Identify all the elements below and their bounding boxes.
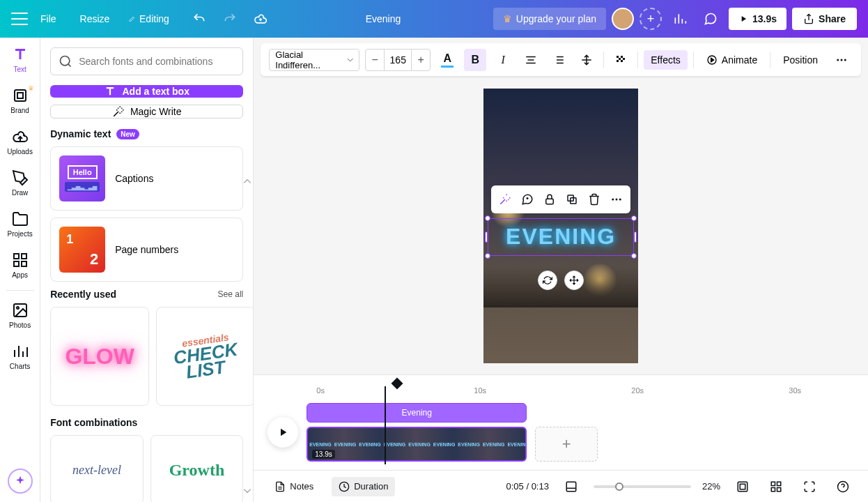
rotate-button[interactable] xyxy=(538,271,557,290)
list-button[interactable] xyxy=(548,49,570,71)
text-icon xyxy=(12,46,29,63)
svg-rect-31 xyxy=(771,487,775,491)
main-area: Text ♛ Brand Uploads Draw Projects Apps … xyxy=(0,38,868,502)
svg-point-7 xyxy=(17,307,19,309)
rail-draw[interactable]: Draw xyxy=(0,164,40,202)
help-button[interactable] xyxy=(832,476,854,498)
increase-size-button[interactable]: + xyxy=(412,50,430,70)
more-options-button[interactable] xyxy=(830,49,853,71)
bold-button[interactable]: B xyxy=(464,49,486,71)
lock-button[interactable] xyxy=(540,190,559,209)
nextlevel-combo-card[interactable]: next-level xyxy=(50,435,144,502)
duplicate-button[interactable] xyxy=(562,190,582,209)
resize-button[interactable]: Resize xyxy=(69,8,117,30)
growth-combo-card[interactable]: Growth xyxy=(150,435,244,502)
audio-track[interactable]: Evening xyxy=(307,403,527,423)
rail-photos[interactable]: Photos xyxy=(0,296,40,335)
effects-button[interactable]: Effects xyxy=(644,50,688,70)
floating-toolbar xyxy=(491,185,630,213)
insights-button[interactable] xyxy=(667,6,692,31)
move-button[interactable] xyxy=(564,271,584,290)
italic-button[interactable]: I xyxy=(492,49,514,71)
rail-uploads[interactable]: Uploads xyxy=(0,123,40,161)
document-title-input[interactable] xyxy=(313,13,453,24)
left-rail: Text ♛ Brand Uploads Draw Projects Apps … xyxy=(0,38,40,502)
add-scene-button[interactable]: + xyxy=(535,427,598,462)
view-mode-button[interactable] xyxy=(560,476,582,498)
transparency-button[interactable] xyxy=(610,49,632,71)
rail-projects[interactable]: Projects xyxy=(0,205,40,243)
clock-icon xyxy=(339,481,350,492)
comment-button[interactable] xyxy=(518,190,537,209)
design-page[interactable]: EVENING xyxy=(483,89,638,363)
resize-handle-br[interactable] xyxy=(631,253,637,259)
checklist-template-card[interactable]: essentials CHECK LIST xyxy=(156,307,254,406)
file-menu[interactable]: File xyxy=(33,8,63,30)
redo-button[interactable] xyxy=(217,6,242,31)
font-family-select[interactable]: Glacial Indifferen... xyxy=(269,49,359,71)
undo-button[interactable] xyxy=(187,6,212,31)
main-text-content[interactable]: EVENING xyxy=(506,224,616,250)
glow-template-card[interactable]: GLOW xyxy=(50,307,149,406)
cloud-sync-button[interactable] xyxy=(248,6,273,31)
canvas-column: Glacial Indifferen... − + A B I Effects xyxy=(254,38,868,502)
resize-handle-tl[interactable] xyxy=(485,215,490,221)
text-color-icon: A xyxy=(443,52,451,65)
rail-charts[interactable]: Charts xyxy=(0,337,40,376)
magic-edit-button[interactable] xyxy=(495,190,515,209)
timeline-ruler[interactable]: 0s 10s 20s 30s xyxy=(268,382,854,399)
animate-button[interactable]: Animate xyxy=(699,50,764,70)
canvas-area[interactable]: EVENING xyxy=(254,77,868,374)
zoom-thumb[interactable] xyxy=(615,482,623,491)
editing-mode-button[interactable]: Editing xyxy=(122,8,181,30)
decrease-size-button[interactable]: − xyxy=(366,50,384,70)
page-numbers-card[interactable]: 12 Page numbers xyxy=(50,218,243,282)
zoom-slider[interactable] xyxy=(594,485,691,488)
font-size-input[interactable] xyxy=(384,50,412,70)
captions-label: Captions xyxy=(115,173,153,184)
rail-text[interactable]: Text xyxy=(0,40,40,79)
rail-apps[interactable]: Apps xyxy=(0,246,40,284)
add-text-box-button[interactable]: Add a text box xyxy=(50,85,243,98)
user-avatar[interactable] xyxy=(612,8,634,30)
font-size-group: − + xyxy=(365,49,431,71)
grid-view-button[interactable] xyxy=(765,476,787,498)
resize-handle-bl[interactable] xyxy=(485,253,490,259)
playhead-line[interactable] xyxy=(385,386,386,464)
share-button[interactable]: Share xyxy=(792,8,857,30)
present-button[interactable]: 13.9s xyxy=(729,8,786,30)
video-track[interactable]: EVENING EVENING EVENING EVENING EVENING … xyxy=(307,427,527,462)
side-panel: Add a text box Magic Write Dynamic text … xyxy=(40,38,254,502)
scale-view-button[interactable] xyxy=(731,476,754,498)
text-color-button[interactable]: A xyxy=(436,49,458,71)
notes-button[interactable]: Notes xyxy=(268,477,320,496)
svg-rect-5 xyxy=(22,261,26,266)
upgrade-plan-button[interactable]: ♛ Upgrade your plan xyxy=(493,8,606,30)
timeline-play-button[interactable] xyxy=(268,417,298,448)
ai-assistant-button[interactable] xyxy=(8,469,33,494)
svg-rect-3 xyxy=(22,254,26,259)
duration-button[interactable]: Duration xyxy=(332,477,395,496)
more-button[interactable] xyxy=(607,190,626,209)
main-menu-button[interactable] xyxy=(11,13,28,25)
comment-button[interactable] xyxy=(698,6,723,31)
resize-handle-ml[interactable] xyxy=(485,231,488,243)
font-combo-row: next-level Growth xyxy=(50,435,243,502)
spacing-button[interactable] xyxy=(575,49,598,71)
delete-button[interactable] xyxy=(584,190,604,209)
rail-brand[interactable]: ♛ Brand xyxy=(0,82,40,120)
resize-handle-tr[interactable] xyxy=(631,215,637,221)
crown-icon: ♛ xyxy=(503,13,512,24)
font-search-input[interactable] xyxy=(50,47,243,75)
add-member-button[interactable]: + xyxy=(640,8,662,30)
captions-card[interactable]: Hello ▁▃▅▃▁▃▅ Captions xyxy=(50,146,243,211)
see-all-link[interactable]: See all xyxy=(218,289,244,299)
resize-handle-mr[interactable] xyxy=(634,231,637,243)
selected-text-box[interactable]: EVENING xyxy=(488,218,634,256)
position-button[interactable]: Position xyxy=(776,50,825,70)
recently-used-header: Recently used See all xyxy=(50,289,243,300)
fullscreen-button[interactable] xyxy=(798,476,821,498)
playhead-marker[interactable] xyxy=(392,378,403,390)
alignment-button[interactable] xyxy=(520,49,542,71)
magic-write-button[interactable]: Magic Write xyxy=(50,105,243,119)
